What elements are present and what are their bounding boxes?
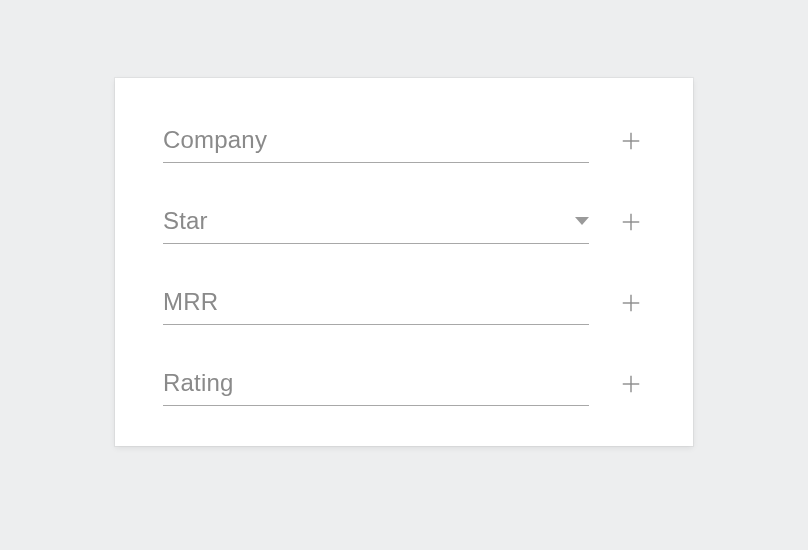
star-label: Star <box>163 207 208 235</box>
add-company-button[interactable] <box>617 129 645 157</box>
company-label: Company <box>163 126 267 154</box>
mrr-field[interactable]: MRR <box>163 288 589 325</box>
field-row-company: Company <box>163 126 645 163</box>
plus-icon <box>620 373 642 399</box>
company-field[interactable]: Company <box>163 126 589 163</box>
field-row-mrr: MRR <box>163 288 645 325</box>
form-card: Company Star <box>115 78 693 446</box>
field-row-rating: Rating <box>163 369 645 406</box>
plus-icon <box>620 211 642 237</box>
plus-icon <box>620 130 642 156</box>
add-rating-button[interactable] <box>617 372 645 400</box>
rating-field[interactable]: Rating <box>163 369 589 406</box>
add-star-button[interactable] <box>617 210 645 238</box>
field-row-star: Star <box>163 207 645 244</box>
svg-marker-2 <box>575 217 589 225</box>
add-mrr-button[interactable] <box>617 291 645 319</box>
plus-icon <box>620 292 642 318</box>
chevron-down-icon[interactable] <box>575 217 589 225</box>
star-field[interactable]: Star <box>163 207 589 244</box>
rating-label: Rating <box>163 369 234 397</box>
mrr-label: MRR <box>163 288 218 316</box>
